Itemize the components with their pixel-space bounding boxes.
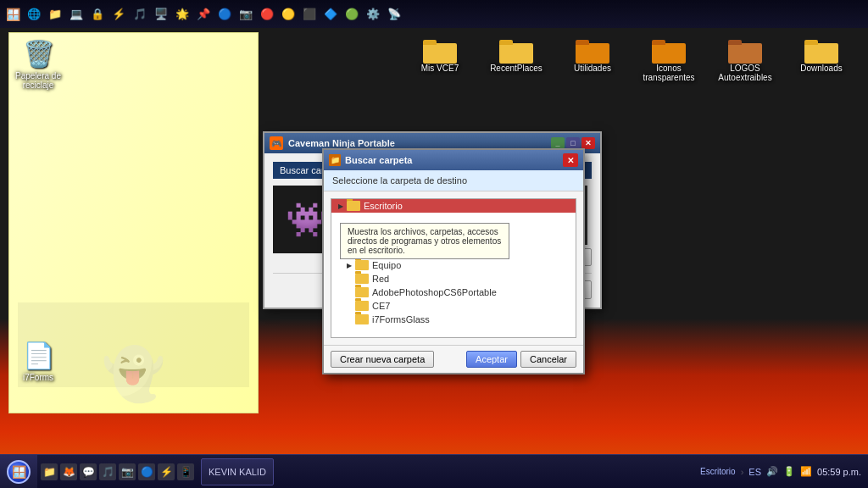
browse-title-icon: 📁 — [329, 154, 341, 166]
taskbar-icon-phone[interactable]: 📱 — [177, 463, 194, 480]
tree-item-equipo[interactable]: ▶ Equipo — [331, 258, 576, 272]
utilidades-icon[interactable]: Utilidades — [563, 38, 622, 82]
browse-cancel-button[interactable]: Cancelar — [520, 351, 576, 368]
left-desktop-icons: 🗑️ Papelera de reciclaje 📄 i7Forms — [8, 38, 68, 382]
recycle-bin-img: 🗑️ — [21, 38, 55, 69]
browse-subtitle: Seleccione la carpeta de destino — [324, 170, 583, 191]
top-icon-17[interactable]: ⚙️ — [364, 5, 382, 24]
logos-label: LOGOS Autoextraibles — [715, 64, 775, 82]
taskbar-icon-folder[interactable]: 📁 — [41, 463, 58, 480]
taskbar-icon-lightning[interactable]: ⚡ — [158, 463, 175, 480]
installer-maximize-button[interactable]: □ — [566, 137, 580, 149]
top-icon-10[interactable]: 🔵 — [215, 5, 234, 24]
top-icon-12[interactable]: 🔴 — [258, 5, 276, 24]
top-icon-14[interactable]: ⬛ — [300, 5, 319, 24]
top-icon-4[interactable]: 🔒 — [88, 5, 107, 24]
iconos-label: Iconos transparentes — [639, 64, 698, 82]
tree-label-adobe: AdobePhotoshopCS6Portable — [372, 287, 497, 297]
top-icon-6[interactable]: 🎵 — [131, 5, 149, 24]
utilidades-label: Utilidades — [574, 64, 611, 73]
mis-vce7-folder-img — [423, 38, 457, 64]
tree-folder-adobe — [355, 287, 369, 297]
tray-separator: › — [741, 467, 744, 477]
start-button[interactable]: 🪟 — [0, 455, 37, 488]
top-icon-16[interactable]: 🟢 — [342, 5, 361, 24]
installer-title-icon: 🎮 — [270, 136, 283, 150]
top-icon-2[interactable]: 📁 — [46, 5, 64, 24]
recent-places-folder-img — [499, 38, 533, 64]
taskbar-icon-blue[interactable]: 🔵 — [138, 463, 155, 480]
tree-folder-escritorio — [347, 201, 360, 211]
taskbar-user-item[interactable]: KEVIN KALID — [201, 458, 274, 485]
recent-places-label: RecentPlaces — [490, 64, 542, 73]
tray-icon-battery[interactable]: 🔋 — [783, 466, 795, 477]
i7forms-img: 📄 — [21, 340, 55, 370]
browse-tooltip: Muestra los archivos, carpetas, accesos … — [340, 223, 509, 259]
clock-time: 05:59 p.m. — [817, 467, 861, 477]
desktop-icon-row-1: Mis VCE7 RecentPlaces Utilidades Iconos … — [410, 38, 851, 82]
browse-content: ▶ Escritorio Muestra los archivos, carpe… — [324, 198, 583, 338]
taskbar-icon-firefox[interactable]: 🦊 — [60, 463, 77, 480]
tree-folder-i7formsglass — [355, 314, 369, 324]
browse-subtitle-text: Seleccione la carpeta de destino — [332, 175, 467, 186]
tree-folder-equipo — [355, 260, 369, 270]
top-system-bar: 🪟 🌐 📁 💻 🔒 ⚡ 🎵 🖥️ 🌟 📌 🔵 📷 🔴 🟡 ⬛ 🔷 🟢 ⚙️ 📡 — [0, 0, 868, 28]
desktop: 🪟 🌐 📁 💻 🔒 ⚡ 🎵 🖥️ 🌟 📌 🔵 📷 🔴 🟡 ⬛ 🔷 🟢 ⚙️ 📡 … — [0, 0, 868, 488]
tree-folder-red — [355, 274, 369, 284]
top-icon-15[interactable]: 🔷 — [321, 5, 340, 24]
browse-accept-button[interactable]: Aceptar — [466, 351, 517, 368]
installer-close-button[interactable]: ✕ — [581, 137, 595, 149]
iconos-transparentes-icon[interactable]: Iconos transparentes — [639, 38, 698, 82]
installer-title: Caveman Ninja Portable — [288, 138, 395, 148]
installer-minimize-button[interactable]: _ — [551, 137, 565, 149]
taskbar-icon-camera[interactable]: 📷 — [119, 463, 136, 480]
top-icon-9[interactable]: 📌 — [194, 5, 213, 24]
tree-item-i7formsglass[interactable]: ▶ i7FormsGlass — [331, 313, 576, 326]
downloads-folder-img — [804, 38, 838, 64]
tree-folder-ce7 — [355, 301, 369, 311]
tree-item-ce7[interactable]: ▶ CE7 — [331, 299, 576, 313]
tray-icon-network[interactable]: 🔊 — [766, 466, 778, 477]
tree-label-i7formsglass: i7FormsGlass — [372, 314, 430, 324]
installer-title-controls: _ □ ✕ — [551, 137, 595, 149]
system-tray: Escritorio › ES 🔊 🔋 📶 05:59 p.m. — [693, 466, 868, 477]
tree-label-escritorio: Escritorio — [364, 201, 403, 211]
top-icon-5[interactable]: ⚡ — [109, 5, 128, 24]
browse-close-button[interactable]: ✕ — [563, 153, 578, 167]
new-folder-button[interactable]: Crear nueva carpeta — [331, 351, 434, 368]
top-icon-3[interactable]: 💻 — [67, 5, 86, 24]
tree-label-red: Red — [372, 274, 389, 284]
mis-vce7-icon[interactable]: Mis VCE7 — [410, 38, 470, 82]
top-icon-18[interactable]: 📡 — [385, 5, 403, 24]
desktop-label: Escritorio — [700, 467, 736, 476]
top-icon-13[interactable]: 🟡 — [279, 5, 298, 24]
tree-item-red[interactable]: ▶ Red — [331, 272, 576, 286]
top-icon-7[interactable]: 🖥️ — [152, 5, 170, 24]
browse-folder-dialog: 📁 Buscar carpeta ✕ Seleccione la carpeta… — [322, 148, 585, 374]
taskbar: 🪟 📁 🦊 💬 🎵 📷 🔵 ⚡ 📱 KEVIN KALID Escritorio… — [0, 454, 868, 488]
browse-tree[interactable]: ▶ Escritorio Muestra los archivos, carpe… — [331, 198, 576, 338]
logos-folder-img — [728, 38, 762, 64]
i7forms-label: i7Forms — [23, 373, 53, 382]
lang-indicator: ES — [748, 467, 761, 477]
top-icon-11[interactable]: 📷 — [236, 5, 255, 24]
browse-accept-cancel-group: Aceptar Cancelar — [466, 351, 576, 368]
top-icon-1[interactable]: 🌐 — [25, 5, 43, 24]
recent-places-icon[interactable]: RecentPlaces — [487, 38, 546, 82]
recycle-bin-icon[interactable]: 🗑️ Papelera de reciclaje — [8, 38, 68, 90]
taskbar-items: KEVIN KALID — [198, 458, 693, 485]
start-menu-top-icon[interactable]: 🪟 — [3, 5, 22, 24]
tree-item-adobe[interactable]: ▶ AdobePhotoshopCS6Portable — [331, 286, 576, 299]
tree-label-ce7: CE7 — [372, 301, 390, 311]
mis-vce7-label: Mis VCE7 — [421, 64, 459, 73]
i7forms-icon[interactable]: 📄 i7Forms — [8, 340, 68, 382]
downloads-icon[interactable]: Downloads — [792, 38, 851, 82]
top-icon-8[interactable]: 🌟 — [173, 5, 192, 24]
logos-autoextraibles-icon[interactable]: LOGOS Autoextraibles — [715, 38, 775, 82]
tree-label-equipo: Equipo — [372, 260, 401, 270]
taskbar-icon-chat[interactable]: 💬 — [80, 463, 97, 480]
taskbar-icon-music[interactable]: 🎵 — [99, 463, 116, 480]
tree-arrow-equipo: ▶ — [345, 261, 353, 269]
tray-icon-speaker[interactable]: 📶 — [800, 466, 812, 477]
tree-item-escritorio[interactable]: ▶ Escritorio — [331, 199, 576, 213]
